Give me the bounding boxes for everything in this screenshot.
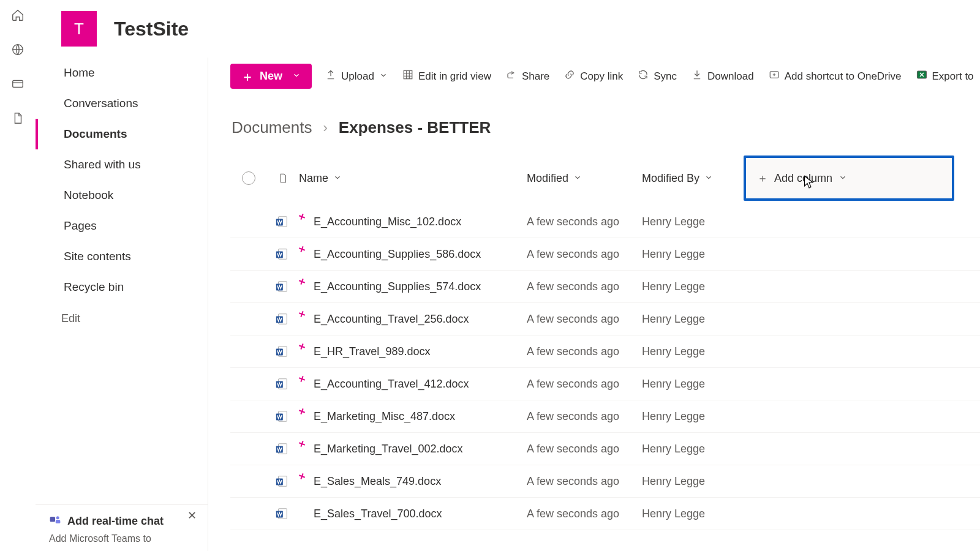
toolbar-sync-button[interactable]: Sync (638, 69, 677, 83)
command-bar: ＋ New UploadEdit in grid viewShareCopy l… (230, 58, 980, 95)
site-title[interactable]: TestSite (114, 18, 189, 40)
card-icon[interactable] (10, 76, 26, 92)
nav-edit-link[interactable]: Edit (36, 305, 208, 332)
file-modified-by: Henry Legge (642, 345, 744, 358)
toolbar-label: Copy link (580, 70, 623, 83)
file-modified-by: Henry Legge (642, 443, 744, 455)
chevron-right-icon: › (323, 120, 328, 136)
new-button-label: New (260, 70, 282, 83)
file-name[interactable]: E_Accounting_Supplies_574.docx (314, 280, 481, 293)
link-icon (564, 69, 575, 83)
add-column-label: Add column (774, 172, 832, 185)
file-modified-by: Henry Legge (642, 248, 744, 261)
breadcrumb: Documents › Expenses - BETTER (230, 95, 980, 151)
file-modified-by: Henry Legge (642, 475, 744, 488)
document-icon[interactable] (10, 110, 26, 126)
word-file-icon (275, 442, 288, 455)
table-row[interactable]: E_Accounting_Supplies_586.docx A few sec… (230, 238, 980, 271)
file-name[interactable]: E_Accounting_Travel_412.docx (314, 378, 469, 391)
column-header-modified[interactable]: Modified (527, 172, 642, 185)
word-file-icon (275, 215, 288, 228)
new-indicator-icon (299, 376, 305, 382)
file-modified: A few seconds ago (527, 248, 642, 261)
toolbar-upload-button[interactable]: Upload (325, 69, 388, 83)
word-file-icon (275, 474, 288, 488)
toolbar-grid-button[interactable]: Edit in grid view (402, 69, 491, 83)
new-indicator-icon (299, 246, 305, 252)
table-row[interactable]: E_Accounting_Travel_256.docx A few secon… (230, 303, 980, 335)
toolbar-label: Download (707, 70, 754, 83)
chevron-down-icon (704, 172, 713, 185)
toolbar-share-button[interactable]: Share (506, 69, 549, 83)
chevron-down-icon (839, 172, 847, 185)
chevron-down-icon (379, 70, 388, 83)
column-header-modified-by-label: Modified By (642, 172, 699, 185)
toolbar-label: Upload (341, 70, 374, 83)
sidebar-item-home[interactable]: Home (36, 58, 208, 88)
file-name[interactable]: E_Marketing_Travel_002.docx (314, 443, 462, 455)
table-row[interactable]: E_Sales_Travel_700.docx A few seconds ag… (230, 498, 980, 530)
word-file-icon (275, 507, 288, 520)
site-logo[interactable]: T (61, 11, 97, 47)
svg-rect-1 (13, 81, 23, 88)
table-row[interactable]: E_HR_Travel_989.docx A few seconds ago H… (230, 335, 980, 368)
toolbar-excel-button[interactable]: Export to (916, 69, 974, 83)
toolbar-shortcut-button[interactable]: Add shortcut to OneDrive (769, 69, 902, 83)
table-row[interactable]: E_Sales_Meals_749.docx A few seconds ago… (230, 465, 980, 498)
toolbar-label: Export to (932, 70, 974, 83)
teams-promo: ✕ Add real-time chat Add Microsoft Teams… (36, 504, 208, 551)
file-name[interactable]: E_Marketing_Misc_487.docx (314, 410, 455, 423)
file-name[interactable]: E_Accounting_Supplies_586.docx (314, 248, 481, 261)
new-indicator-icon (299, 214, 305, 220)
upload-icon (325, 69, 336, 83)
file-modified: A few seconds ago (527, 313, 642, 326)
home-icon[interactable] (10, 7, 26, 23)
file-name[interactable]: E_Sales_Meals_749.docx (314, 475, 441, 488)
file-name[interactable]: E_Accounting_Misc_102.docx (314, 216, 461, 228)
globe-icon[interactable] (10, 42, 26, 58)
table-row[interactable]: E_Marketing_Travel_002.docx A few second… (230, 433, 980, 465)
sidebar-item-pages[interactable]: Pages (36, 211, 208, 241)
file-modified: A few seconds ago (527, 508, 642, 520)
breadcrumb-root[interactable]: Documents (232, 118, 312, 137)
toolbar-download-button[interactable]: Download (692, 69, 754, 83)
sidebar-item-recycle-bin[interactable]: Recycle bin (36, 272, 208, 302)
teams-icon (49, 514, 61, 529)
new-button[interactable]: ＋ New (230, 64, 312, 89)
toolbar-label: Edit in grid view (418, 70, 491, 83)
table-row[interactable]: E_Accounting_Travel_412.docx A few secon… (230, 368, 980, 400)
sidebar-item-site-contents[interactable]: Site contents (36, 241, 208, 272)
select-all-toggle[interactable] (242, 171, 255, 185)
new-indicator-icon (299, 343, 305, 350)
file-name[interactable]: E_HR_Travel_989.docx (314, 345, 430, 358)
sidebar-item-documents[interactable]: Documents (36, 119, 208, 149)
shortcut-icon (769, 69, 780, 83)
table-row[interactable]: E_Marketing_Misc_487.docx A few seconds … (230, 400, 980, 433)
file-name[interactable]: E_Sales_Travel_700.docx (314, 508, 442, 520)
add-column-button[interactable]: ＋ Add column (744, 156, 954, 201)
sidebar-item-shared-with-us[interactable]: Shared with us (36, 149, 208, 180)
file-name[interactable]: E_Accounting_Travel_256.docx (314, 313, 469, 326)
sidebar-item-notebook[interactable]: Notebook (36, 180, 208, 211)
word-file-icon (275, 345, 288, 358)
file-modified-by: Henry Legge (642, 378, 744, 391)
file-modified-by: Henry Legge (642, 313, 744, 326)
column-header-name[interactable]: Name (299, 172, 527, 185)
type-column-icon[interactable] (267, 173, 299, 184)
close-icon[interactable]: ✕ (187, 509, 197, 522)
document-list: Name Modified Modified By (230, 151, 980, 551)
new-indicator-icon (299, 441, 305, 447)
table-row[interactable]: E_Accounting_Supplies_574.docx A few sec… (230, 271, 980, 303)
file-modified: A few seconds ago (527, 216, 642, 228)
column-header-modified-by[interactable]: Modified By (642, 172, 744, 185)
svg-point-3 (56, 516, 59, 519)
chevron-down-icon (333, 172, 342, 185)
table-row[interactable]: E_Accounting_Misc_102.docx A few seconds… (230, 206, 980, 238)
new-indicator-icon (299, 408, 305, 414)
toolbar-link-button[interactable]: Copy link (564, 69, 623, 83)
site-header: T TestSite (36, 0, 980, 58)
plus-icon: ＋ (757, 171, 768, 186)
sidebar-item-conversations[interactable]: Conversations (36, 88, 208, 119)
file-modified: A few seconds ago (527, 475, 642, 488)
file-modified: A few seconds ago (527, 443, 642, 455)
